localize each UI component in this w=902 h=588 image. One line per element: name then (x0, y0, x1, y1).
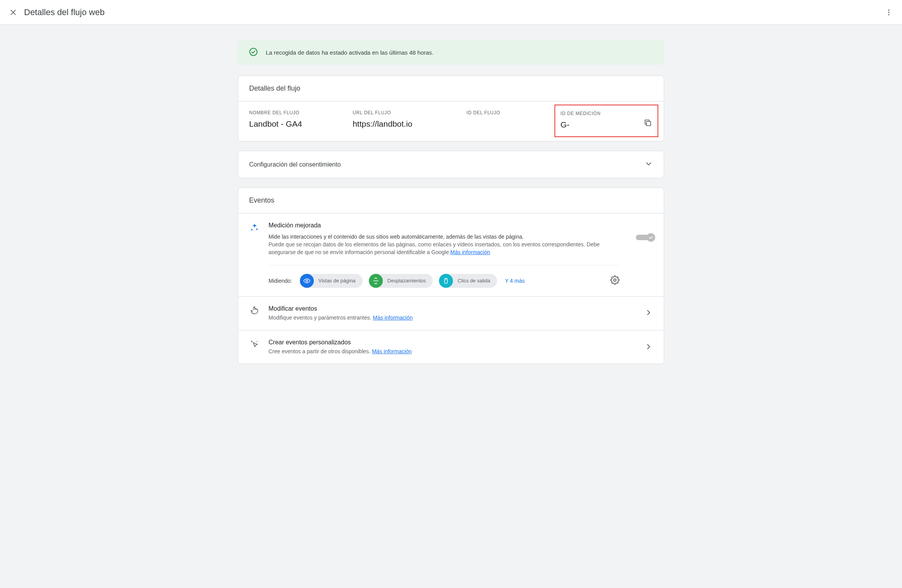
svg-point-12 (254, 306, 255, 307)
modify-events-row[interactable]: Modificar eventos Modifique eventos y pa… (238, 297, 664, 330)
cursor-sparkle-icon (249, 339, 260, 348)
enhanced-toggle[interactable] (636, 233, 653, 242)
close-icon[interactable] (9, 9, 17, 16)
app-header: Detalles del flujo web (0, 0, 902, 25)
enhanced-sub: Mide las interacciones y el contenido de… (269, 234, 620, 240)
enhanced-title: Medición mejorada (269, 222, 620, 229)
details-title: Detalles del flujo (238, 76, 664, 101)
stream-url-field: URL DEL FLUJO https://landbot.io (353, 110, 466, 130)
chip-scrolls: Desplazamientos (369, 274, 433, 288)
consent-settings-row[interactable]: Configuración del consentimiento (238, 151, 664, 178)
create-desc: Cree eventos a partir de otros disponibl… (269, 347, 636, 355)
stream-name-field: NOMBRE DEL FLUJO Landbot - GA4 (249, 110, 353, 130)
modify-more-link[interactable]: Más información (373, 315, 413, 321)
measurement-id-value: G- (561, 120, 601, 129)
gear-icon[interactable] (610, 275, 620, 286)
create-more-link[interactable]: Más información (372, 348, 412, 354)
and-more-link[interactable]: Y 4 más (505, 278, 525, 284)
modify-desc: Modifique eventos y parámetros entrantes… (269, 314, 636, 322)
page-body: La recogida de datos ha estado activada … (238, 25, 664, 364)
chip-outbound-clicks: Clics de salida (439, 274, 497, 288)
stream-id-field: ID DEL FLUJO (466, 110, 559, 130)
chevron-right-icon (644, 308, 653, 318)
chevron-right-icon (644, 342, 653, 352)
chip-page-views: Vistas de página (300, 274, 363, 288)
more-vert-icon[interactable] (885, 9, 893, 16)
chevron-down-icon (644, 160, 653, 169)
svg-point-2 (888, 9, 889, 10)
svg-point-7 (306, 280, 308, 282)
enhanced-desc: Puede que se recojan datos de los elemen… (269, 241, 620, 256)
events-card: Eventos Medición mejorada Mide las inter… (238, 187, 664, 364)
page-title: Detalles del flujo web (24, 7, 105, 17)
measurement-id-inner: ID DE MEDICIÓN G- (561, 111, 601, 129)
consent-title: Configuración del consentimiento (249, 161, 341, 168)
modify-title: Modificar eventos (269, 305, 636, 312)
chip-scrolls-label: Desplazamientos (387, 278, 426, 284)
toggle-thumb (647, 233, 655, 242)
scroll-icon (369, 274, 383, 288)
create-title: Crear eventos personalizados (269, 339, 636, 346)
stream-name-value: Landbot - GA4 (249, 119, 353, 129)
svg-point-5 (250, 48, 257, 56)
stream-name-label: NOMBRE DEL FLUJO (249, 110, 353, 115)
modify-desc-text: Modifique eventos y parámetros entrantes… (269, 315, 373, 321)
mouse-icon (439, 274, 453, 288)
stream-details-card: Detalles del flujo NOMBRE DEL FLUJO Land… (238, 76, 664, 141)
stream-url-value: https://landbot.io (353, 119, 466, 129)
enhanced-more-link[interactable]: Más información (450, 249, 490, 255)
create-body: Crear eventos personalizados Cree evento… (269, 339, 636, 355)
enhanced-measurement-row: Medición mejorada Mide las interacciones… (238, 213, 664, 297)
header-left: Detalles del flujo web (9, 7, 105, 17)
create-desc-text: Cree eventos a partir de otros disponibl… (269, 348, 372, 354)
svg-point-4 (888, 14, 889, 15)
copy-icon[interactable] (644, 119, 652, 128)
modify-body: Modificar eventos Modifique eventos y pa… (269, 305, 636, 322)
eye-icon (300, 274, 314, 288)
events-title: Eventos (238, 188, 664, 213)
measuring-label: Midiendo: (269, 278, 292, 284)
stream-url-label: URL DEL FLUJO (353, 110, 466, 115)
measuring-row: Midiendo: Vistas de página Desplazamient… (269, 265, 620, 288)
svg-point-3 (888, 12, 889, 13)
create-events-row[interactable]: Crear eventos personalizados Cree evento… (238, 330, 664, 364)
banner-text: La recogida de datos ha estado activada … (266, 49, 434, 56)
enhanced-desc-text: Puede que se recojan datos de los elemen… (269, 241, 600, 255)
touch-icon (249, 305, 260, 315)
status-banner: La recogida de datos ha estado activada … (238, 40, 664, 65)
sparkles-icon (249, 222, 260, 232)
chip-outbound-label: Clics de salida (458, 278, 490, 284)
chip-page-views-label: Vistas de página (318, 278, 356, 284)
measurement-id-label: ID DE MEDICIÓN (561, 111, 601, 116)
enhanced-body: Medición mejorada Mide las interacciones… (269, 222, 620, 288)
details-grid: NOMBRE DEL FLUJO Landbot - GA4 URL DEL F… (238, 101, 664, 141)
measurement-id-field: ID DE MEDICIÓN G- (554, 105, 658, 137)
stream-id-label: ID DEL FLUJO (466, 110, 559, 115)
svg-point-11 (614, 279, 616, 281)
check-circle-icon (249, 47, 258, 58)
svg-rect-6 (646, 121, 651, 126)
